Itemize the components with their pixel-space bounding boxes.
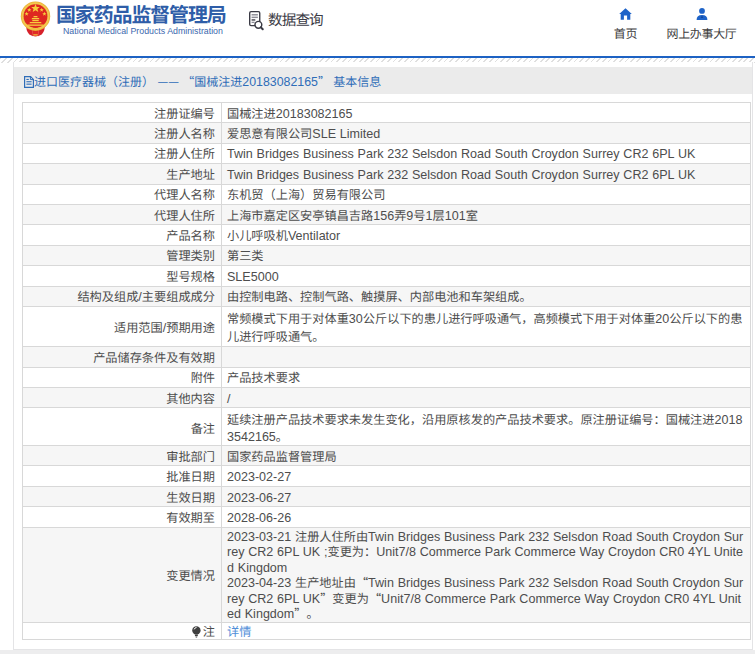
row-label: 审批部门 xyxy=(23,446,222,466)
user-icon xyxy=(696,8,708,20)
table-row: 其他内容/ xyxy=(23,388,751,408)
nav-service-hall-label: 网上办事大厅 xyxy=(665,27,738,39)
row-label: 注册人名称 xyxy=(23,123,222,143)
table-row: 适用范围/预期用途常频模式下用于对体重30公斤以下的患儿进行呼吸通气，高频模式下… xyxy=(23,306,751,346)
nav-hall-icon-wrap xyxy=(665,8,738,20)
change-record-line: 2023-04-23 生产地址由“Twin Bridges Business P… xyxy=(227,575,743,622)
row-label: 代理人名称 xyxy=(23,184,222,204)
table-row: 产品名称小儿呼吸机Ventilator xyxy=(23,225,751,245)
data-query-label: 数据查询 xyxy=(268,10,323,28)
row-label: 生产地址 xyxy=(23,164,222,184)
table-row: 代理人名称东机贸（上海）贸易有限公司 xyxy=(23,184,751,204)
row-label: 其他内容 xyxy=(23,388,222,408)
row-value: 2023-06-27 xyxy=(222,486,751,506)
national-emblem-logo[interactable] xyxy=(20,1,51,38)
breadcrumb-text: 进口医疗器械（注册） —— “国械注进20183082165” 基本信息 xyxy=(34,72,381,89)
row-value: 上海市嘉定区安亭镇昌吉路156弄9号1层101室 xyxy=(222,204,751,224)
row-label: 备注 xyxy=(23,408,222,446)
row-label: 变更情况 xyxy=(23,527,222,622)
row-value: 国械注进20183082165 xyxy=(222,103,751,123)
change-record-line: 2023-03-21 注册人住所由Twin Bridges Business P… xyxy=(227,529,743,576)
table-row: 有效期至2028-06-26 xyxy=(23,507,751,527)
row-value: 2023-03-21 注册人住所由Twin Bridges Business P… xyxy=(222,527,751,622)
row-value: 第三类 xyxy=(222,245,751,265)
table-row: 注册人名称爱思意有限公司SLE Limited xyxy=(23,123,751,143)
info-table-body: 注册证编号国械注进20183082165注册人名称爱思意有限公司SLE Limi… xyxy=(23,103,751,640)
row-value: 延续注册产品技术要求未发生变化，沿用原核发的产品技术要求。原注册证编号：国械注进… xyxy=(222,408,751,446)
table-row: 附件产品技术要求 xyxy=(23,367,751,387)
row-value: 产品技术要求 xyxy=(222,367,751,387)
breadcrumb: 进口医疗器械（注册） —— “国械注进20183082165” 基本信息 xyxy=(14,67,752,94)
row-label: 注册人住所 xyxy=(23,143,222,163)
row-label: 代理人住所 xyxy=(23,204,222,224)
table-row: 注册证编号国械注进20183082165 xyxy=(23,103,751,123)
row-value: 国家药品监督管理局 xyxy=(222,446,751,466)
table-row: 生效日期2023-06-27 xyxy=(23,486,751,506)
row-value: 东机贸（上海）贸易有限公司 xyxy=(222,184,751,204)
row-value xyxy=(222,347,751,367)
row-value: 常频模式下用于对体重30公斤以下的患儿进行呼吸通气，高频模式下用于对体重20公斤… xyxy=(222,306,751,346)
row-label: 产品储存条件及有效期 xyxy=(23,347,222,367)
nav-home-label: 首页 xyxy=(613,27,638,39)
row-label: 有效期至 xyxy=(23,507,222,527)
row-value: Twin Bridges Business Park 232 Selsdon R… xyxy=(222,143,751,163)
footer-strip xyxy=(0,650,755,654)
info-table: 注册证编号国械注进20183082165注册人名称爱思意有限公司SLE Limi… xyxy=(22,102,751,640)
row-value: 爱思意有限公司SLE Limited xyxy=(222,123,751,143)
table-row: 注册人住所Twin Bridges Business Park 232 Sels… xyxy=(23,143,751,163)
row-label: 生效日期 xyxy=(23,486,222,506)
row-label: 适用范围/预期用途 xyxy=(23,306,222,346)
row-value: 由控制电路、控制气路、触摸屏、内部电池和车架组成。 xyxy=(222,286,751,306)
row-label: 管理类别 xyxy=(23,245,222,265)
row-value: 2023-02-27 xyxy=(222,466,751,486)
table-row: 批准日期2023-02-27 xyxy=(23,466,751,486)
table-row: 管理类别第三类 xyxy=(23,245,751,265)
row-value: Twin Bridges Business Park 232 Selsdon R… xyxy=(222,164,751,184)
table-row: 代理人住所上海市嘉定区安亭镇昌吉路156弄9号1层101室 xyxy=(23,204,751,224)
bulb-icon xyxy=(192,626,201,638)
details-link[interactable]: 详情 xyxy=(227,622,251,640)
row-label: 型号规格 xyxy=(23,266,222,286)
table-row: 型号规格SLE5000 xyxy=(23,266,751,286)
table-row: 变更情况2023-03-21 注册人住所由Twin Bridges Busine… xyxy=(23,527,751,622)
data-query-section[interactable]: 数据查询 xyxy=(249,8,339,38)
site-title: 国家药品监督管理局 xyxy=(56,3,226,25)
row-label: 附件 xyxy=(23,367,222,387)
row-value: 2028-06-26 xyxy=(222,507,751,527)
table-row: 审批部门国家药品监督管理局 xyxy=(23,446,751,466)
row-label: 注册证编号 xyxy=(23,103,222,123)
row-label: 结构及组成/主要组成成分 xyxy=(23,286,222,306)
site-header: 国家药品监督管理局 National Medical Products Admi… xyxy=(0,0,755,56)
home-icon xyxy=(619,8,632,20)
row-value: 小儿呼吸机Ventilator xyxy=(222,225,751,245)
table-row: 产品储存条件及有效期 xyxy=(23,347,751,367)
row-label: 批准日期 xyxy=(23,466,222,486)
table-row: 注详情 xyxy=(23,622,751,639)
row-value: 详情 xyxy=(222,622,751,639)
document-icon xyxy=(24,76,34,88)
table-row: 结构及组成/主要组成成分由控制电路、控制气路、触摸屏、内部电池和车架组成。 xyxy=(23,286,751,306)
row-value: SLE5000 xyxy=(222,266,751,286)
data-query-icon xyxy=(249,11,264,31)
table-row: 生产地址Twin Bridges Business Park 232 Selsd… xyxy=(23,164,751,184)
nav-service-hall[interactable]: 网上办事大厅 xyxy=(665,8,738,39)
content-card: 进口医疗器械（注册） —— “国械注进20183082165” 基本信息 注册证… xyxy=(13,62,753,650)
row-label: 注 xyxy=(23,622,222,639)
row-value: / xyxy=(222,388,751,408)
table-row: 备注延续注册产品技术要求未发生变化，沿用原核发的产品技术要求。原注册证编号：国械… xyxy=(23,408,751,446)
nav-home[interactable]: 首页 xyxy=(613,8,638,39)
row-label: 产品名称 xyxy=(23,225,222,245)
site-subtitle: National Medical Products Administration xyxy=(63,26,223,37)
nav-home-icon-wrap xyxy=(613,8,638,20)
